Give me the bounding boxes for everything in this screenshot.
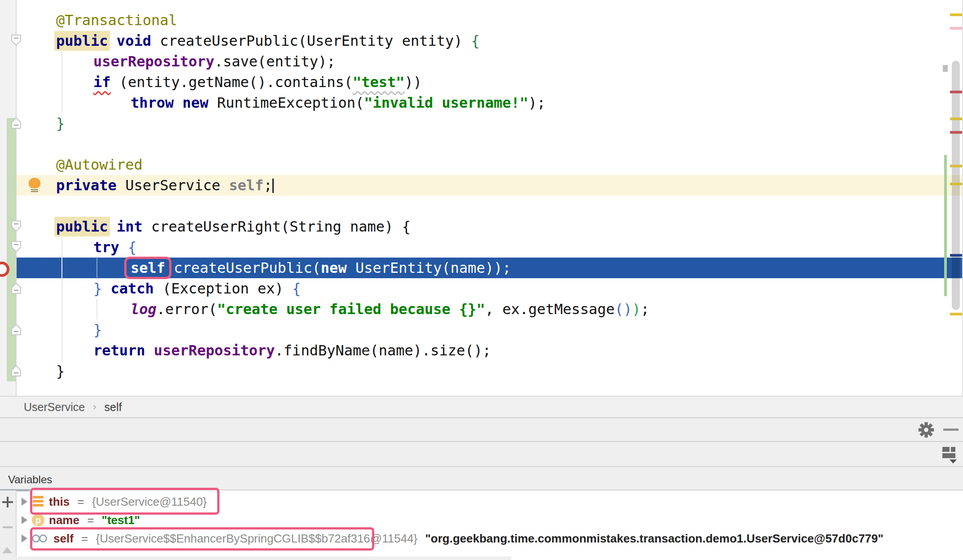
code-token: try <box>93 239 119 256</box>
variables-tree[interactable]: this = {UserService@11540}pname = "test1… <box>0 490 963 560</box>
stripe-mark <box>950 183 963 185</box>
code-line[interactable] <box>17 134 963 154</box>
hide-panel-icon[interactable] <box>943 429 959 431</box>
stripe-mark <box>950 27 963 30</box>
code-line[interactable]: public int createUserRight(String name) … <box>17 216 963 237</box>
code-token: self <box>127 259 169 277</box>
code-token <box>174 94 182 111</box>
editor-scrollbar[interactable] <box>952 61 960 310</box>
code-line[interactable] <box>17 196 963 216</box>
variable-tostr: "org.geekbang.time.commonmistakes.transa… <box>422 532 883 546</box>
code-token: throw <box>131 94 174 111</box>
variable-name: this <box>49 495 70 509</box>
code-token: { <box>128 239 136 256</box>
code-line[interactable]: @Autowired <box>17 154 963 175</box>
code-token: "invalid username!" <box>364 94 528 111</box>
code-token <box>108 32 117 49</box>
code-line[interactable]: userRepository.save(entity); <box>17 51 963 72</box>
code-token <box>145 342 154 359</box>
variable-eq: = <box>74 495 88 509</box>
code-token: public <box>54 217 110 236</box>
code-token: @Autowired <box>56 156 143 173</box>
code-token: } <box>56 363 65 380</box>
code-line[interactable]: return userRepository.findByName(name).s… <box>17 340 963 361</box>
stripe-mark <box>950 313 963 315</box>
code-line[interactable]: if (entity.getName().contains("test")) <box>17 72 963 92</box>
code-line[interactable]: public void createUserPublic(UserEntity … <box>17 31 963 51</box>
code-token: "test" <box>353 74 405 91</box>
fold-collapse-icon[interactable] <box>11 241 22 253</box>
variable-eq: = <box>78 532 92 546</box>
editor-gutter[interactable] <box>0 0 17 396</box>
code-line[interactable]: @Transactional <box>17 10 963 31</box>
code-token: .findByName(name).size(); <box>275 342 491 359</box>
code-token: } <box>56 115 65 132</box>
variable-row-name[interactable]: pname = "test1" <box>0 511 963 529</box>
stripe-mark <box>950 131 963 134</box>
code-token: } <box>93 321 102 338</box>
code-token: new <box>321 259 347 276</box>
code-token: self <box>229 177 263 194</box>
stripe-mark <box>950 13 963 16</box>
code-token: catch <box>111 280 154 297</box>
variable-val: {UserService@11540} <box>92 495 207 509</box>
code-token: . <box>165 259 174 276</box>
stripe-mark <box>950 91 963 93</box>
code-token: public <box>54 31 110 51</box>
code-token: @Transactional <box>56 12 177 29</box>
code-line[interactable]: self.createUserPublic(new UserEntity(nam… <box>17 258 963 278</box>
code-token: (Exception ex) <box>154 280 292 297</box>
breadcrumb-member[interactable]: self <box>104 401 122 414</box>
code-line[interactable]: private UserService self; <box>17 175 963 196</box>
variable-row-self[interactable]: self = {UserService$$EnhancerBySpringCGL… <box>0 529 963 547</box>
code-token: UserEntity(name)); <box>347 259 511 276</box>
code-token: createUserRight(String name) <box>143 218 402 235</box>
fold-end-icon[interactable] <box>11 117 22 129</box>
breadcrumb-class[interactable]: UserService <box>24 401 85 414</box>
code-line[interactable]: log.error("create user failed because {}… <box>17 299 963 319</box>
intention-bulb-icon[interactable] <box>29 178 40 188</box>
code-token: createUserPublic( <box>174 259 321 276</box>
expand-triangle-icon[interactable] <box>22 498 27 506</box>
fold-collapse-icon[interactable] <box>11 220 22 232</box>
expand-triangle-icon[interactable] <box>22 516 27 524</box>
code-token: (entity.getName().contains( <box>111 74 353 91</box>
debugger-tab-bar <box>0 442 963 467</box>
code-token: ) <box>632 301 640 318</box>
code-token: { <box>471 32 480 49</box>
variable-eq: = <box>84 513 97 527</box>
code-token: void <box>117 32 151 49</box>
gear-icon[interactable] <box>918 422 934 438</box>
parameter-icon: p <box>32 514 44 526</box>
stripe-mark <box>950 165 963 167</box>
code-token: UserService <box>117 177 229 194</box>
code-token <box>108 218 117 235</box>
fold-end-icon[interactable] <box>11 282 22 294</box>
code-token: if <box>93 74 111 91</box>
code-line[interactable]: } <box>17 361 963 381</box>
chevron-right-icon: › <box>93 401 96 413</box>
fold-collapse-icon[interactable] <box>11 34 22 47</box>
fold-end-icon[interactable] <box>11 323 22 336</box>
code-line[interactable]: throw new RuntimeException("invalid user… <box>17 92 963 113</box>
ide-debugger-window: @Transactionalpublic void createUserPubl… <box>0 0 963 560</box>
scroll-up-icon[interactable] <box>2 547 12 553</box>
code-line[interactable]: } <box>17 319 963 340</box>
expand-triangle-icon[interactable] <box>22 534 27 542</box>
code-token: ; <box>263 177 272 194</box>
code-line[interactable]: try { <box>17 237 963 258</box>
code-token: )) <box>405 74 422 91</box>
code-token: () <box>615 301 632 318</box>
code-token: { <box>402 218 411 235</box>
code-line[interactable]: } <box>17 113 963 134</box>
code-token: .save(entity); <box>214 53 336 70</box>
variables-header-bar <box>0 467 963 490</box>
code-editor[interactable]: @Transactionalpublic void createUserPubl… <box>0 0 963 397</box>
layout-settings-icon[interactable] <box>942 447 956 459</box>
fold-end-icon[interactable] <box>11 364 22 377</box>
variable-val: {UserService$$EnhancerBySpringCGLIB$$b72… <box>96 532 417 546</box>
code-token <box>119 239 128 256</box>
code-line[interactable]: } catch (Exception ex) { <box>17 278 963 299</box>
code-token: return <box>93 342 145 359</box>
variable-row-this[interactable]: this = {UserService@11540} <box>0 493 963 511</box>
